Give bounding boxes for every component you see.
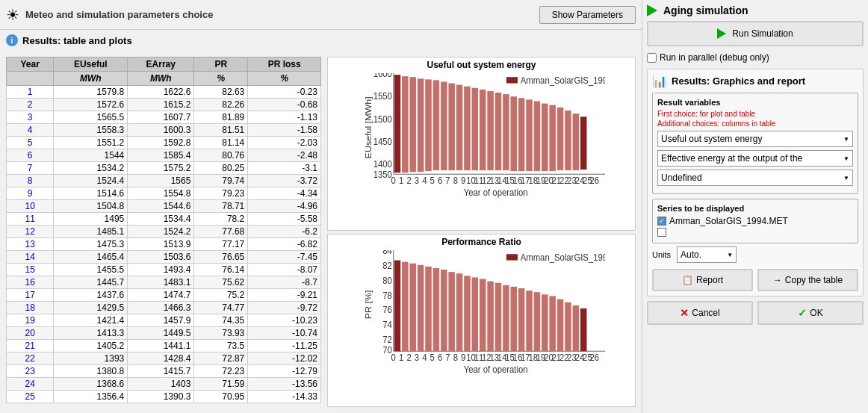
svg-text:Year of operation: Year of operation — [464, 187, 528, 198]
ok-icon: ✓ — [798, 307, 807, 319]
svg-text:1550: 1550 — [373, 91, 393, 102]
dropdown2[interactable]: Effective energy at the output of the ▼ — [657, 150, 853, 167]
table-cell: 1368.6 — [54, 378, 128, 391]
table-cell: -6.2 — [248, 226, 321, 238]
table-cell: 21 — [7, 340, 54, 353]
table-row: 191421.41457.974.35-10.23 — [7, 314, 321, 327]
table-cell: 1579.8 — [54, 86, 128, 99]
table-cell: 1475.3 — [54, 238, 128, 251]
result-vars-box: Result variables First choice: for plot … — [652, 93, 858, 194]
table-cell: 74.77 — [194, 302, 248, 314]
table-cell: 81.14 — [194, 137, 248, 149]
units-row: Units Auto. ▼ — [652, 243, 858, 266]
col-unit-pr: % — [194, 72, 248, 86]
run-sim-label: Run Simulation — [732, 28, 793, 39]
col-header-year: Year — [7, 58, 54, 72]
first-choice-label: First choice: for plot and table — [657, 110, 853, 118]
col-header-earray: EArray — [128, 58, 194, 72]
table-row: 31565.51607.781.89-1.13 — [7, 111, 321, 124]
table-cell: 1524.4 — [54, 175, 128, 187]
table-cell: 78.2 — [194, 213, 248, 226]
table-cell: 81.51 — [194, 124, 248, 137]
table-row: 21572.61615.282.26-0.68 — [7, 99, 321, 111]
svg-rect-92 — [526, 291, 532, 351]
units-label: Units — [652, 250, 671, 259]
svg-rect-85 — [472, 277, 478, 351]
svg-rect-76 — [402, 261, 408, 351]
info-icon: i — [6, 34, 18, 46]
table-cell: -1.58 — [248, 124, 321, 137]
svg-rect-31 — [565, 111, 571, 170]
table-cell: 1622.6 — [128, 86, 194, 99]
right-panel: Aging simulation Run Simulation Run in p… — [642, 0, 868, 413]
svg-rect-94 — [542, 294, 548, 351]
svg-text:80: 80 — [382, 275, 392, 286]
svg-rect-19 — [472, 88, 478, 170]
dropdown1[interactable]: Useful out system energy ▼ — [657, 131, 853, 147]
svg-rect-79 — [425, 266, 431, 350]
table-cell: 1504.8 — [54, 200, 128, 213]
bottom-buttons: 📋 Report → Copy the table — [652, 269, 858, 291]
svg-text:EUseful [MWh]: EUseful [MWh] — [365, 96, 373, 158]
table-cell: 73.93 — [194, 327, 248, 340]
table-cell: 3 — [7, 111, 54, 124]
svg-rect-33 — [580, 117, 586, 170]
table-cell: 1485.1 — [54, 226, 128, 238]
chart1-area: 1600 1550 1500 1450 1400 1350 EUseful [M… — [328, 70, 635, 220]
table-cell: 1572.6 — [54, 99, 128, 111]
svg-rect-17 — [456, 85, 462, 170]
table-cell: -7.45 — [248, 251, 321, 264]
col-header-pr: PR — [194, 58, 248, 72]
svg-text:1450: 1450 — [373, 136, 393, 147]
col-header-euseful: EUseful — [54, 58, 128, 72]
dropdown3[interactable]: Undefined ▼ — [657, 170, 853, 186]
table-cell: 82.26 — [194, 99, 248, 111]
table-cell: 1544 — [54, 149, 128, 162]
table-cell: 74.35 — [194, 314, 248, 327]
data-table: Year EUseful EArray PR PR loss MWh MWh %… — [6, 57, 321, 403]
svg-rect-26 — [526, 99, 532, 171]
table-row: 141465.41503.676.65-7.45 — [7, 251, 321, 264]
svg-rect-23 — [503, 94, 509, 170]
table-cell: 1405.2 — [54, 340, 128, 353]
table-cell: 9 — [7, 187, 54, 200]
series1-checkbox[interactable] — [657, 217, 666, 226]
table-cell: 1449.5 — [128, 327, 194, 340]
units-dropdown[interactable]: Auto. ▼ — [677, 246, 737, 263]
svg-text:0: 0 — [391, 352, 397, 363]
results-graphics-header: 📊 Results: Graphics and report — [652, 74, 858, 88]
svg-text:6: 6 — [438, 352, 443, 363]
ok-button[interactable]: ✓ OK — [757, 301, 864, 325]
report-button[interactable]: 📋 Report — [652, 269, 753, 291]
table-cell: 6 — [7, 149, 54, 162]
copy-table-button[interactable]: → Copy the table — [757, 269, 858, 291]
table-cell: 1413.3 — [54, 327, 128, 340]
table-row: 51551.21592.881.14-2.03 — [7, 137, 321, 149]
svg-text:1600: 1600 — [373, 73, 393, 79]
table-cell: 1390.3 — [128, 391, 194, 403]
table-row: 615441585.480.76-2.48 — [7, 149, 321, 162]
units-value: Auto. — [681, 249, 701, 260]
show-params-button[interactable]: Show Parameters — [539, 6, 636, 24]
table-cell: 1465.4 — [54, 251, 128, 264]
run-simulation-button[interactable]: Run Simulation — [647, 21, 864, 46]
table-row: 121485.11524.277.68-6.2 — [7, 226, 321, 238]
table-cell: 1356.4 — [54, 391, 128, 403]
svg-rect-81 — [441, 270, 447, 351]
run-parallel-checkbox[interactable] — [647, 53, 657, 63]
series2-checkbox[interactable] — [657, 228, 666, 237]
run-parallel-label: Run in parallel (debug only) — [660, 52, 769, 63]
chart2-container: Performance Ratio 84 82 80 78 — [327, 234, 636, 408]
table-cell: 1554.8 — [128, 187, 194, 200]
table-cell: 1495 — [54, 213, 128, 226]
table-cell: 80.25 — [194, 162, 248, 175]
cancel-button[interactable]: ✕ Cancel — [647, 301, 753, 325]
svg-text:3: 3 — [415, 352, 420, 363]
svg-text:78: 78 — [382, 289, 392, 300]
results-graphics-panel: 📊 Results: Graphics and report Result va… — [647, 69, 864, 296]
table-cell: 15 — [7, 264, 54, 276]
svg-rect-18 — [464, 87, 470, 170]
table-row: 201413.31449.573.93-10.74 — [7, 327, 321, 340]
svg-rect-25 — [518, 98, 524, 171]
table-cell: -1.13 — [248, 111, 321, 124]
